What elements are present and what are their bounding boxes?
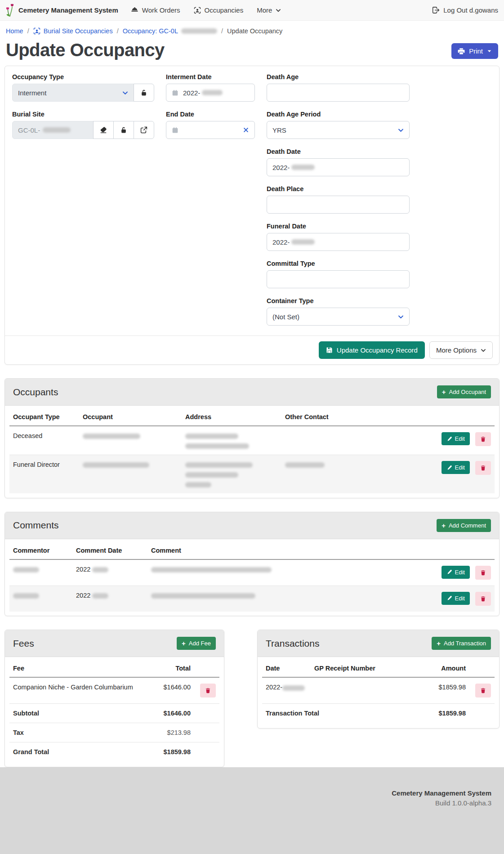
delete-comment-button[interactable] [475,592,491,606]
logout-button[interactable]: Log Out d.gowans [432,6,498,14]
update-occupancy-record-label: Update Occupancy Record [337,346,418,354]
redacted-text [92,593,108,599]
commentor-cell [9,586,72,612]
transaction-receipt-cell [311,677,418,704]
add-occupant-label: Add Occupant [449,389,486,395]
column-header: Other Contact [281,407,425,426]
delete-comment-button[interactable] [475,566,491,580]
form-footer: Update Occupancy Record More Options [5,335,499,364]
occupant-name-cell [79,455,182,494]
row-actions: Edit [425,559,495,586]
unlock-icon [140,89,147,96]
redacted-text [151,567,272,572]
calendar-icon [172,89,178,96]
interment-date-label: Interment Date [166,73,255,80]
breadcrumb-separator: / [117,27,119,35]
occupancy-type-select[interactable]: Interment [12,84,134,102]
death-age-period-select[interactable]: YRS [267,121,410,139]
comments-table: Commentor Comment Date Comment 2022 [9,541,495,612]
footer-build-version: Build 1.0.0-alpha.3 [13,799,491,807]
edit-label: Edit [455,569,465,576]
comment-date-cell: 2022 [72,586,147,612]
breadcrumb-occupancy[interactable]: Occupancy: GC-0L [123,27,217,35]
breadcrumb-home[interactable]: Home [6,27,23,35]
death-age-input[interactable] [267,84,410,102]
nav-occupancies[interactable]: Occupancies [194,6,244,14]
funeral-date-value: 2022- [272,238,290,246]
occupants-header: Occupants + Add Occupant [5,379,499,406]
burial-site-open-link-button[interactable] [134,121,154,139]
delete-occupant-button[interactable] [475,461,491,475]
breadcrumb-separator: / [221,27,223,35]
edit-comment-button[interactable]: Edit [442,566,470,579]
x-clear-icon [243,127,249,133]
breadcrumb-burial-site-occupancies[interactable]: Burial Site Occupancies [33,27,113,35]
add-comment-label: Add Comment [449,522,486,529]
edit-occupant-button[interactable]: Edit [442,432,470,445]
transactions-header: Transactions + Add Transaction [258,630,499,657]
add-comment-button[interactable]: + Add Comment [437,519,491,532]
add-transaction-button[interactable]: + Add Transaction [432,637,491,650]
comments-header: Comments + Add Comment [5,512,499,539]
burial-site-clear-button[interactable] [93,121,114,139]
footer-app-name: Cemetery Management System [13,789,491,797]
trash-icon [205,688,211,693]
chevron-down-icon [122,90,128,96]
person-bounding-box-icon [194,7,201,14]
field-committal-type: Committal Type [267,260,410,288]
add-fee-label: Add Fee [189,640,211,647]
column-header: Date [262,659,311,677]
delete-occupant-button[interactable] [475,432,491,446]
page-title: Update Occupancy [6,40,165,60]
death-place-input[interactable] [267,196,410,214]
committal-type-input[interactable] [267,270,410,288]
page-footer: Cemetery Management System Build 1.0.0-a… [0,767,504,854]
add-occupant-button[interactable]: + Add Occupant [437,385,491,398]
end-date-label: End Date [166,111,255,118]
update-occupancy-record-button[interactable]: Update Occupancy Record [319,341,425,359]
funeral-date-input[interactable]: 2022- [267,233,410,251]
app-brand[interactable]: Cemetery Management System [6,4,118,17]
edit-occupant-button[interactable]: Edit [442,461,470,474]
more-options-button[interactable]: More Options [429,341,493,359]
unlock-icon [120,126,127,134]
table-row: 2022 Edit [9,559,495,586]
death-date-input[interactable]: 2022- [267,158,410,176]
occupancy-form-card: Occupancy Type Interment [4,66,500,365]
column-header: Occupant [79,407,182,426]
table-row: Deceased Edit [9,426,495,455]
occupant-type-cell: Funeral Director [9,455,79,494]
subtotal-label: Subtotal [9,704,147,723]
edit-label: Edit [455,595,465,602]
person-bounding-box-icon [33,27,40,35]
occupant-contact-cell [281,455,425,494]
delete-transaction-button[interactable] [475,684,491,698]
print-button[interactable]: Print [451,43,498,59]
field-death-age: Death Age [267,73,410,102]
container-type-select[interactable]: (Not Set) [267,308,410,326]
end-date-input[interactable] [166,121,255,139]
trash-icon [480,465,486,471]
page-header: Update Occupancy Print [0,36,504,60]
redacted-text [92,567,108,572]
nav-more[interactable]: More [257,6,281,14]
committal-type-label: Committal Type [267,260,410,267]
burial-site-input: GC-0L- [12,121,94,139]
interment-date-input[interactable]: 2022- [166,84,255,102]
nav-work-orders[interactable]: Work Orders [131,6,180,14]
table-row: 2022- $1859.98 [262,677,495,704]
occupancy-type-unlock-button[interactable] [134,84,154,102]
commentor-cell [9,559,72,586]
add-fee-button[interactable]: + Add Fee [177,637,216,650]
fees-section: Fees + Add Fee Fee Total Companion Niche… [4,630,224,767]
redacted-text [13,593,39,599]
edit-comment-button[interactable]: Edit [442,592,470,605]
field-death-date: Death Date 2022- [267,148,410,176]
end-date-clear-button[interactable] [243,127,249,133]
logout-icon [432,6,440,14]
occupant-address-cell [182,455,281,494]
funeral-date-label: Funeral Date [267,223,410,230]
transaction-total-label: Transaction Total [262,704,418,723]
delete-fee-button[interactable] [200,684,216,698]
burial-site-unlock-button[interactable] [113,121,134,139]
